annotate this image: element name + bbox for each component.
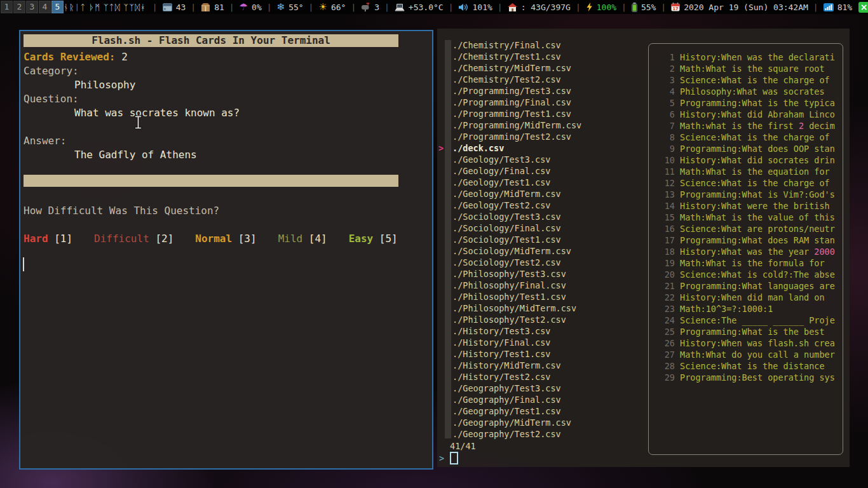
file-list-item[interactable]: ./Programming/MidTerm.csv: [438, 119, 642, 131]
file-name: ./Programming/Test1.csv: [452, 108, 571, 119]
file-list-item[interactable]: ./Programming/Test3.csv: [438, 85, 642, 97]
file-list-item[interactable]: ./Geography/Final.csv: [438, 394, 642, 405]
file-name: ./History/MidTerm.csv: [452, 360, 561, 371]
file-list-item[interactable]: ./History/MidTerm.csv: [438, 360, 642, 371]
question-label: Question:: [24, 92, 79, 106]
file-list-item[interactable]: ./Programming/Test1.csv: [438, 108, 642, 119]
file-list-item[interactable]: ./Philosophy/Test2.csv: [438, 314, 642, 325]
file-name: ./History/Test3.csv: [452, 325, 550, 337]
line-text: Math:What is the formula for: [680, 257, 825, 269]
workspace-button-4[interactable]: 4: [39, 1, 51, 13]
line-text: Programming:What is the typica: [680, 97, 835, 109]
cards-reviewed-value: 2: [116, 51, 128, 63]
status-separator: |: [813, 3, 818, 12]
status-item-value: 3: [374, 3, 379, 12]
file-list-item[interactable]: ./Chemistry/Test2.csv: [438, 74, 642, 85]
line-number: 19: [660, 257, 675, 269]
file-name: ./Geography/Test2.csv: [452, 428, 561, 440]
file-list-item[interactable]: ./Geography/Test2.csv: [438, 428, 642, 440]
file-list-item[interactable]: ./Philosophy/Test1.csv: [438, 291, 642, 302]
line-number: 6: [660, 109, 675, 120]
preview-line: 26History:When was flash.sh crea: [660, 337, 843, 349]
file-list-item[interactable]: ./Geography/MidTerm.csv: [438, 417, 642, 428]
file-list-item[interactable]: ./Geography/Test3.csv: [438, 383, 642, 394]
file-name: ./Philosophy/MidTerm.csv: [452, 302, 576, 314]
difficulty-option-hard[interactable]: Hard [1]: [24, 232, 72, 246]
file-list-item[interactable]: ./Geology/Test1.csv: [438, 177, 642, 188]
status-item: +53.0°C: [395, 3, 444, 12]
difficulty-label: Mild: [278, 233, 303, 245]
selection-pointer: [438, 314, 452, 325]
line-number: 18: [660, 246, 675, 257]
file-list-item[interactable]: ./Philosophy/Test3.csv: [438, 268, 642, 280]
difficulty-option-normal[interactable]: Normal [3]: [195, 232, 256, 246]
file-name: ./Geology/MidTerm.csv: [452, 188, 561, 200]
workspace-button-2[interactable]: 2: [13, 1, 25, 13]
line-text: History:What did Abraham Linco: [680, 109, 835, 120]
preview-line: 23Math:10^3=?:1000:1: [660, 303, 843, 315]
file-list-item[interactable]: ./Sociology/MidTerm.csv: [438, 245, 642, 257]
file-name: ./Programming/MidTerm.csv: [452, 119, 581, 131]
file-name: ./Programming/Test3.csv: [452, 85, 571, 97]
selection-pointer: [438, 383, 452, 394]
difficulty-option-mild[interactable]: Mild [4]: [278, 232, 327, 246]
line-text: History:When was flash.sh crea: [680, 337, 835, 349]
preview-line: 3Science:What is the charge of: [660, 74, 843, 86]
selection-pointer: [438, 302, 452, 314]
file-list-item[interactable]: ./Sociology/Test1.csv: [438, 234, 642, 245]
selection-pointer: [438, 108, 452, 119]
status-separator: |: [229, 3, 234, 12]
file-list-item[interactable]: ./History/Final.csv: [438, 337, 642, 348]
workspace-button-3[interactable]: 3: [26, 1, 38, 13]
file-list-item[interactable]: ./Geology/Test2.csv: [438, 200, 642, 211]
close-icon[interactable]: ×: [858, 2, 868, 13]
file-list-item[interactable]: ./History/Test1.csv: [438, 348, 642, 360]
file-list-item[interactable]: ./Philosophy/MidTerm.csv: [438, 302, 642, 314]
file-list-item[interactable]: ./Chemistry/Final.csv: [438, 39, 642, 51]
file-list-item[interactable]: ./Programming/Final.csv: [438, 97, 642, 108]
difficulty-option-easy[interactable]: Easy [5]: [349, 232, 398, 246]
line-text: Science:What is cold?:The abse: [680, 269, 835, 280]
file-name: ./Geology/Test2.csv: [452, 200, 550, 211]
preview-line: 24Science:The _____ ______ Proje: [660, 315, 843, 326]
workspace-button-5[interactable]: 5: [51, 1, 64, 13]
line-text: Programming:What does OOP stan: [680, 143, 835, 154]
fzf-prompt-row[interactable]: >: [439, 452, 458, 464]
line-number: 12: [660, 177, 675, 189]
file-name: ./Philosophy/Final.csv: [452, 280, 566, 291]
category-label: Category:: [24, 64, 79, 78]
file-list-item[interactable]: ./Geography/Test1.csv: [438, 405, 642, 417]
line-number: 17: [660, 234, 675, 246]
difficulty-option-difficult[interactable]: Difficult [2]: [94, 232, 173, 246]
file-name: ./Geography/MidTerm.csv: [452, 417, 571, 428]
file-list-item[interactable]: ./History/Test2.csv: [438, 371, 642, 383]
difficulty-key: [4]: [302, 233, 327, 245]
file-list-item[interactable]: ./Sociology/Final.csv: [438, 222, 642, 234]
selection-pointer: [438, 119, 452, 131]
file-list-item[interactable]: >./deck.csv: [438, 142, 642, 154]
file-name: ./Sociology/Test3.csv: [452, 211, 561, 222]
file-list-item[interactable]: ./History/Test3.csv: [438, 325, 642, 337]
preview-line: 4Philosophy:What was socrates: [660, 86, 843, 97]
selection-pointer: [438, 417, 452, 428]
file-list-item[interactable]: ./Geology/Test3.csv: [438, 154, 642, 165]
file-list-item[interactable]: ./Geology/MidTerm.csv: [438, 188, 642, 200]
line-number: 9: [660, 143, 675, 154]
status-item-value: 81: [214, 3, 224, 12]
file-list-item[interactable]: ./Sociology/Test2.csv: [438, 257, 642, 268]
line-text: History:When was the declarati: [680, 51, 835, 63]
file-list-item[interactable]: ./Chemistry/Test1.csv: [438, 51, 642, 62]
file-name: ./Geography/Test1.csv: [452, 405, 561, 417]
line-text: Science:What are protons/neutr: [680, 223, 835, 234]
workspace-button-1[interactable]: 1: [1, 1, 13, 13]
file-list-item[interactable]: ./Chemistry/MidTerm.csv: [438, 62, 642, 74]
file-list-item[interactable]: ./Philosophy/Final.csv: [438, 280, 642, 291]
difficulty-key: [2]: [149, 233, 174, 245]
preview-line: 9Programming:What does OOP stan: [660, 143, 843, 154]
calendar-icon: 17: [671, 3, 680, 11]
file-list-item[interactable]: ./Programming/Test2.csv: [438, 131, 642, 142]
separator-bar: [24, 175, 398, 187]
file-list-item[interactable]: ./Sociology/Test3.csv: [438, 211, 642, 222]
file-list-item[interactable]: ./Geology/Final.csv: [438, 165, 642, 177]
status-item: : 43G/397G: [508, 3, 571, 12]
